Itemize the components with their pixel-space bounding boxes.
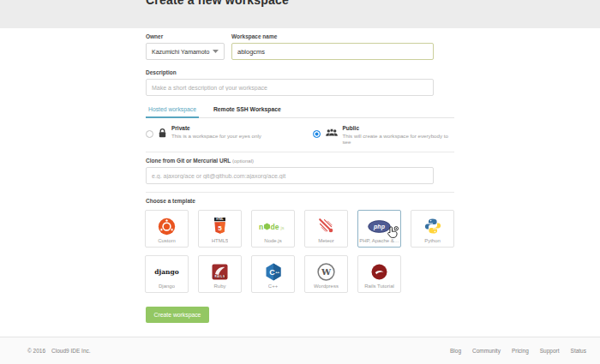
template-card-python[interactable]: Python	[411, 210, 454, 248]
template-card-rails-tutorial[interactable]: Rails Tutorial	[357, 255, 401, 293]
template-label: Python	[424, 238, 441, 243]
clone-url-optional-note: (optional)	[232, 158, 254, 164]
footer: © 2016 Cloud9 IDE Inc. BlogCommunityPric…	[0, 337, 600, 364]
template-card-ruby[interactable]: RAILSRuby	[198, 255, 242, 293]
footer-link-blog[interactable]: Blog	[450, 348, 461, 354]
create-workspace-page: Create a new workspace Owner Kazumichi Y…	[0, 0, 600, 364]
ruby-icon: RAILS	[212, 264, 228, 280]
page-header-band: Create a new workspace	[0, 0, 600, 28]
svg-text:HTML: HTML	[216, 218, 224, 221]
footer-link-support[interactable]: Support	[540, 348, 560, 354]
clone-url-label: Clone from Git or Mercurial URL (optiona…	[146, 158, 254, 164]
template-label: Rails Tutorial	[364, 283, 394, 289]
template-label: Node.js	[264, 238, 281, 243]
template-label: Meteor	[318, 238, 334, 243]
owner-label: Owner	[146, 33, 163, 39]
template-card-meteor[interactable]: Meteor	[304, 210, 348, 248]
footer-link-community[interactable]: Community	[472, 348, 501, 354]
create-workspace-button[interactable]: Create workspace	[146, 307, 209, 323]
svg-text:js: js	[280, 224, 285, 230]
footer-links: BlogCommunityPricingSupportStatus	[450, 348, 586, 354]
visibility-label: Public	[343, 125, 454, 131]
template-label: Ruby	[213, 283, 225, 289]
page-title: Create a new workspace	[146, 0, 289, 7]
svg-text:n: n	[259, 222, 263, 230]
template-label: Django	[159, 283, 175, 289]
meteor-icon	[318, 218, 335, 235]
owner-select[interactable]: Kazumichi Yamamoto	[146, 43, 225, 60]
custom-icon	[158, 218, 176, 236]
cpp-icon: C++	[265, 263, 282, 281]
template-card-custom[interactable]: Custom	[145, 210, 189, 248]
workspace-name-input[interactable]	[231, 43, 434, 60]
radio-public[interactable]	[313, 130, 321, 138]
template-label: PHP, Apache &…	[359, 238, 399, 243]
django-icon: django	[153, 267, 181, 277]
footer-link-status[interactable]: Status	[571, 348, 586, 354]
tabs: Hosted workspaceRemote SSH Workspace	[146, 104, 454, 118]
section-divider	[146, 152, 454, 152]
svg-text:django: django	[154, 268, 179, 276]
description-label: Description	[146, 69, 177, 75]
template-label: Custom	[158, 238, 176, 243]
template-label: C++	[268, 283, 278, 289]
workspace-name-label: Workspace name	[231, 33, 277, 39]
svg-text:de: de	[271, 222, 279, 230]
people-icon	[326, 128, 338, 136]
visibility-option-public[interactable]: PublicThis will create a workspace for e…	[313, 125, 454, 145]
python-icon	[424, 218, 441, 235]
visibility-option-private[interactable]: PrivateThis is a workspace for your eyes…	[146, 125, 313, 145]
wordpress-icon: W	[317, 263, 335, 281]
company-name: Cloud9 IDE Inc.	[51, 348, 91, 354]
owner-select-value: Kazumichi Yamamoto	[152, 49, 209, 55]
description-input[interactable]	[146, 79, 434, 96]
svg-text:RAILS: RAILS	[215, 275, 225, 278]
visibility-description: This will create a workspace for everybo…	[343, 133, 454, 145]
lock-icon	[159, 128, 166, 138]
tab-hosted[interactable]: Hosted workspace	[146, 104, 199, 118]
template-label: Wordpress	[314, 283, 339, 289]
clone-url-label-text: Clone from Git or Mercurial URL	[146, 158, 231, 164]
choose-template-label: Choose a template	[146, 198, 195, 204]
template-card-wordpress[interactable]: WWordpress	[304, 255, 348, 293]
template-card-php-apache[interactable]: phpPHP, Apache &…	[357, 210, 401, 248]
visibility-options: PrivateThis is a workspace for your eyes…	[146, 125, 454, 145]
visibility-description: This is a workspace for your eyes only	[171, 133, 261, 139]
visibility-label: Private	[171, 125, 261, 131]
footer-link-pricing[interactable]: Pricing	[512, 348, 529, 354]
php-icon: php	[368, 220, 391, 233]
clone-url-input[interactable]	[146, 167, 434, 184]
svg-text:++: ++	[275, 269, 279, 273]
template-card-c[interactable]: C++C++	[251, 255, 295, 293]
svg-text:5: 5	[218, 224, 222, 231]
nodejs-icon: ndejs	[259, 222, 287, 231]
copyright-year: © 2016	[27, 348, 45, 354]
section-divider	[146, 192, 454, 193]
template-grid: CustomHTML5HTML5ndejsNode.jsMeteorphpPHP…	[145, 210, 464, 293]
template-card-django[interactable]: djangoDjango	[145, 255, 189, 293]
svg-text:W: W	[321, 267, 332, 277]
radio-private[interactable]	[146, 130, 153, 138]
footer-copyright: © 2016 Cloud9 IDE Inc.	[27, 348, 91, 354]
html5-icon: HTML5	[212, 218, 228, 236]
svg-text:php: php	[373, 224, 386, 230]
template-card-node-js[interactable]: ndejsNode.js	[251, 210, 295, 248]
chevron-down-icon	[213, 50, 219, 53]
tab-remote-ssh[interactable]: Remote SSH Workspace	[211, 104, 284, 117]
template-label: HTML5	[212, 238, 229, 243]
template-card-html5[interactable]: HTML5HTML5	[198, 210, 242, 248]
rails-tutorial-icon	[371, 264, 387, 280]
